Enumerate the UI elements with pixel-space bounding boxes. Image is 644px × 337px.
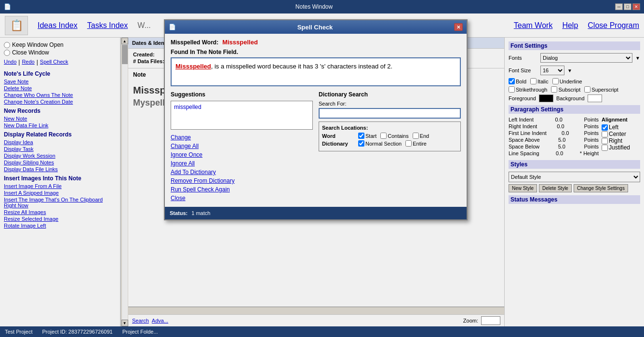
points-label-4: Points (584, 137, 599, 143)
menu-cut: W... (137, 21, 151, 30)
subscript-checkbox-item[interactable]: Subscript (551, 86, 580, 93)
misspelled-word: Missspelled (222, 39, 258, 46)
styles-select[interactable]: Default Style (509, 172, 640, 182)
display-sibling-notes-link[interactable]: Display Sibling Notes (4, 160, 116, 165)
new-style-button[interactable]: New Style (509, 184, 537, 192)
points-label-3: Points (584, 130, 599, 136)
space-above-label: Space Above (509, 137, 540, 143)
font-settings-title: Font Settings (509, 41, 640, 50)
search-for-label: Search For: (319, 101, 461, 107)
suggestions-list: misspelled (171, 101, 313, 130)
delete-note-link[interactable]: Delete Note (4, 85, 116, 91)
maximize-button[interactable]: □ (624, 3, 631, 10)
bold-checkbox-item[interactable]: Bold (509, 78, 526, 84)
advanced-label[interactable]: Adva... (152, 318, 168, 324)
display-work-session-link[interactable]: Display Work Session (4, 153, 116, 159)
insert-clipboard-link[interactable]: Insert The Image That's On The Clipboard… (4, 197, 116, 208)
insert-from-file-link[interactable]: Insert Image From A File (4, 183, 116, 189)
close-spell-button[interactable]: Close (171, 194, 313, 202)
align-right-item[interactable]: Right (602, 137, 640, 144)
end-checkbox[interactable]: End (413, 133, 429, 139)
align-justified-item[interactable]: Justified (602, 144, 640, 151)
dialog-status-bar: Status: 1 match (165, 207, 467, 219)
spell-check-link[interactable]: Spell Check (40, 59, 68, 66)
word-label: Word (322, 133, 353, 139)
contains-checkbox[interactable]: Contains (380, 133, 408, 139)
remove-from-dict-button[interactable]: Remove From Dictionary (171, 177, 313, 185)
menu-help[interactable]: Help (562, 21, 578, 30)
add-to-dict-button[interactable]: Add To Dictionary (171, 168, 313, 176)
zoom-input[interactable] (481, 316, 500, 325)
undo-link[interactable]: Undo (4, 59, 16, 66)
left-sidebar: Keep Window Open Close Window Undo | Red… (0, 38, 121, 326)
font-size-dropdown-icon[interactable]: ▼ (567, 68, 572, 73)
entire-checkbox[interactable]: Entire (405, 140, 427, 147)
insert-snipped-link[interactable]: Insert A Snipped Image (4, 190, 116, 196)
new-records-header: New Records (4, 108, 116, 114)
menu-close-program[interactable]: Close Program (588, 21, 639, 30)
fonts-select[interactable]: Dialog (540, 53, 632, 63)
change-creation-link[interactable]: Change Note's Creation Date (4, 99, 116, 105)
spell-check-dialog: 📄 Spell Check ✕ Misspelled Word: Missspe… (164, 19, 468, 220)
resize-selected-link[interactable]: Resize Selected Image (4, 216, 116, 222)
zoom-bar: Search Adva... Zoom: (128, 314, 504, 326)
normal-section-checkbox[interactable]: Normal Section (358, 140, 402, 147)
left-indent-value: 0.0 (555, 117, 563, 122)
background-color-swatch[interactable] (588, 94, 602, 102)
line-spacing-label: Line Spacing (509, 150, 539, 156)
suggestion-item-1[interactable]: misspelled (173, 103, 310, 111)
change-all-button[interactable]: Change All (171, 142, 313, 150)
fonts-label: Fonts (509, 55, 537, 61)
fonts-dropdown-icon[interactable]: ▼ (635, 55, 640, 61)
menu-teamwork[interactable]: Team Work (514, 21, 553, 30)
paragraph-settings-title: Paragraph Settings (509, 105, 640, 114)
display-idea-link[interactable]: Display Idea (4, 139, 116, 145)
align-left-item[interactable]: Left (602, 124, 640, 131)
foreground-color-swatch[interactable] (539, 94, 553, 102)
new-note-link[interactable]: New Note (4, 116, 116, 121)
dialog-close-button[interactable]: ✕ (454, 23, 463, 31)
search-label[interactable]: Search (132, 318, 149, 324)
dialog-body: Misspelled Word: Missspelled Found In Th… (165, 34, 467, 207)
save-note-link[interactable]: Save Note (4, 79, 116, 84)
ignore-once-button[interactable]: Ignore Once (171, 151, 313, 159)
ignore-all-button[interactable]: Ignore All (171, 160, 313, 167)
display-data-file-links-link[interactable]: Display Data File Links (4, 166, 116, 172)
center-scrollbar-h[interactable] (128, 307, 504, 314)
keep-window-radio[interactable]: Keep Window Open (4, 41, 116, 48)
change-owner-link[interactable]: Change Who Owns The Note (4, 92, 116, 98)
project-folder: Project Folde... (122, 329, 158, 335)
align-center-item[interactable]: Center (602, 131, 640, 137)
run-again-button[interactable]: Run Spell Check Again (171, 186, 313, 193)
dict-search-input[interactable] (319, 108, 461, 119)
minimize-button[interactable]: ─ (615, 3, 623, 10)
redo-link[interactable]: Redo (22, 59, 34, 66)
close-window-radio[interactable]: Close Window (4, 49, 116, 56)
font-size-select[interactable]: 16 (540, 66, 564, 75)
change-button[interactable]: Change (171, 134, 313, 141)
data-files-label: # Data Files: (133, 58, 164, 64)
line-spacing-value: 0.0 (556, 150, 563, 156)
delete-style-button[interactable]: Delete Style (539, 184, 572, 192)
menu-ideas-index[interactable]: Ideas Index (38, 21, 78, 30)
menu-tasks-index[interactable]: Tasks Index (87, 21, 128, 30)
new-data-file-link[interactable]: New Data File Link (4, 122, 116, 128)
rotate-left-link[interactable]: Rotate Image Left (4, 223, 116, 229)
resize-all-link[interactable]: Resize All Images (4, 209, 116, 215)
italic-checkbox-item[interactable]: Italic (530, 78, 549, 84)
dictionary-search-row: Dictionary Normal Section Entire (322, 140, 457, 147)
left-indent-label: Left Indent (509, 117, 534, 122)
sidebar-scrollbar[interactable]: ▲ ▼ (121, 38, 128, 326)
notes-lifecycle-header: Note's Life Cycle (4, 70, 116, 77)
start-checkbox[interactable]: Start (358, 133, 376, 139)
text-preview: Missspelled, is a misspelled word becaus… (171, 57, 461, 86)
strikethrough-checkbox-item[interactable]: Strikethrough (509, 86, 547, 93)
preview-normal-text: , is a misspelled word because it has 3 … (211, 63, 392, 70)
close-window-button[interactable]: ✕ (632, 3, 640, 10)
underline-checkbox-item[interactable]: Underline (552, 78, 582, 84)
display-task-link[interactable]: Display Task (4, 146, 116, 152)
change-style-button[interactable]: Change Style Settings (574, 184, 628, 192)
display-related-header: Display Related Records (4, 131, 116, 138)
superscript-checkbox-item[interactable]: Superscript (584, 86, 618, 93)
word-search-row: Word Start Contains End (322, 133, 457, 139)
